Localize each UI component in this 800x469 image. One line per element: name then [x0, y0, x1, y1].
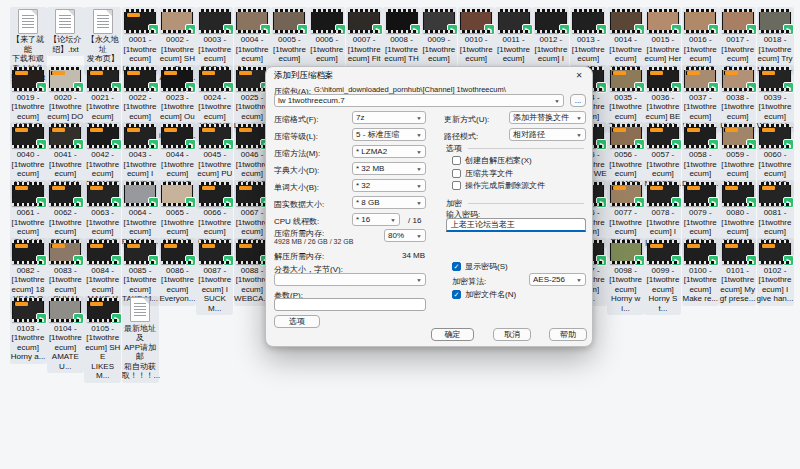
help-button[interactable]: 帮助 [549, 328, 587, 341]
encryption-method-label: 加密算法: [452, 276, 486, 287]
brand-logo-icon [239, 244, 252, 248]
desktop-icon-video-file[interactable]: ▶0100 - [1twothre ecum] Make re... [682, 238, 719, 306]
close-icon[interactable]: ✕ [571, 69, 587, 82]
player-badge-icon: ▶ [185, 82, 196, 93]
player-badge-icon: ▶ [185, 197, 196, 208]
brand-logo-icon [164, 128, 177, 132]
brand-logo-icon [202, 71, 215, 75]
video-file-icon: ▶ [610, 124, 642, 148]
player-badge-icon: ▶ [522, 24, 533, 35]
ok-button[interactable]: 确定 [431, 328, 474, 341]
cancel-button[interactable]: 取消 [493, 328, 531, 341]
video-file-icon: ▶ [610, 67, 642, 91]
video-file-icon: ▶ [124, 182, 156, 206]
brand-logo-icon [239, 186, 252, 190]
desktop-icon-text-file[interactable]: 【论坛介 绍】.txt [47, 7, 84, 56]
browse-button[interactable]: ... [570, 94, 586, 107]
brand-logo-icon [127, 71, 140, 75]
brand-logo-icon [202, 128, 215, 132]
player-badge-icon: ▶ [185, 24, 196, 35]
player-badge-icon: ▶ [185, 139, 196, 150]
level-combobox[interactable]: 5 - 标准压缩▼ [352, 128, 426, 141]
video-file-icon: ▶ [759, 124, 791, 148]
desktop-icon-video-file[interactable]: ▶0101 - [1twothre ecum] My gf prese... [719, 238, 756, 306]
memory-percent-combobox[interactable]: 80%▼ [384, 229, 426, 242]
desktop-icon-video-file[interactable]: ▶0099 - [1twothre ecum] Horny St... [644, 238, 681, 316]
file-name-label: 0103 - [1twothre ecum] Horny a... [10, 324, 47, 362]
format-combobox[interactable]: 7z▼ [352, 111, 426, 124]
video-file-icon: ▶ [49, 240, 81, 264]
update-mode-combobox[interactable]: 添加并替换文件▼ [509, 111, 586, 124]
options-button[interactable]: 选项 [274, 315, 320, 328]
player-badge-icon: ▶ [634, 82, 645, 93]
encrypt-names-checkbox[interactable]: 加密文件名(N) [452, 289, 516, 300]
encryption-method-combobox[interactable]: AES-256▼ [529, 273, 586, 286]
brand-logo-icon [687, 128, 700, 132]
player-badge-icon: ▶ [596, 197, 607, 208]
show-password-checkbox[interactable]: 显示密码(S) [452, 261, 508, 272]
path-mode-combobox[interactable]: 相对路径▼ [509, 128, 586, 141]
desktop-icon-video-file[interactable]: ▶0012 - [1twothre ecum] I made hi... [532, 7, 569, 75]
video-file-icon: ▶ [684, 182, 716, 206]
player-badge-icon: ▶ [223, 139, 234, 150]
brand-logo-icon [650, 71, 663, 75]
desktop-icon-video-file[interactable]: ▶0098 - [1twothre ecum] Horny wi... [607, 238, 644, 316]
parameters-input[interactable] [274, 298, 426, 311]
video-file-icon: ▶ [311, 9, 343, 33]
delete-after-checkbox[interactable]: 操作完成后删除源文件 [452, 180, 545, 191]
desktop-icon-video-file[interactable]: ▶0102 - [1twothre ecum] I give han... [757, 238, 794, 306]
brand-logo-icon [725, 186, 738, 190]
brand-logo-icon [725, 128, 738, 132]
desktop-icon-text-file[interactable]: 最新地址及 APP请加邮 箱自动获 取！！！... [122, 296, 159, 383]
dialog-titlebar[interactable]: 添加到压缩档案 [266, 67, 592, 84]
options-group-line [468, 148, 584, 149]
options-group-title: 选项 [446, 143, 462, 154]
player-badge-icon: ▶ [634, 197, 645, 208]
video-file-icon: ▶ [759, 182, 791, 206]
video-file-icon: ▶ [684, 9, 716, 33]
file-name-label: 0100 - [1twothre ecum] Make re... [682, 266, 719, 304]
password-input[interactable]: 上老王论坛当老王 [446, 218, 586, 232]
volume-size-combobox[interactable]: ▼ [274, 273, 426, 286]
chevron-down-icon: ▼ [416, 233, 422, 238]
desktop-icon-video-file[interactable]: ▶0087 - [1twothre ecum] I SUCK M... [196, 238, 233, 316]
archive-name-combobox[interactable]: lw 1twothreecum.7 ▼ [274, 94, 564, 107]
desktop-icon-video-file[interactable]: ▶0103 - [1twothre ecum] Horny a... [10, 296, 47, 364]
brand-logo-icon [239, 71, 252, 75]
player-badge-icon: ▶ [596, 24, 607, 35]
video-file-icon: ▶ [12, 298, 44, 322]
file-name-label: 【论坛介 绍】.txt [47, 35, 84, 54]
format-label: 压缩格式(F): [274, 114, 318, 125]
video-file-icon: ▶ [610, 182, 642, 206]
video-file-icon: ▶ [49, 182, 81, 206]
video-file-icon: ▶ [759, 240, 791, 264]
player-badge-icon: ▶ [746, 82, 757, 93]
dictionary-combobox[interactable]: * 32 MB▼ [352, 162, 426, 175]
player-badge-icon: ▶ [148, 255, 159, 266]
video-file-icon: ▶ [610, 9, 642, 33]
method-combobox[interactable]: * LZMA2▼ [352, 145, 426, 158]
file-name-label: 0104 - [1twothre ecum] AMATEU... [47, 324, 84, 372]
player-badge-icon: ▶ [73, 82, 84, 93]
player-badge-icon: ▶ [634, 255, 645, 266]
player-badge-icon: ▶ [708, 82, 719, 93]
solid-size-combobox[interactable]: * 8 GB▼ [352, 196, 426, 209]
sfx-checkbox[interactable]: 创建自解压档案(X) [452, 155, 532, 166]
brand-logo-icon [239, 128, 252, 132]
desktop-icon-video-file[interactable]: ▶0105 - [1twothre ecum] SHE LIKES M... [84, 296, 121, 383]
video-file-icon: ▶ [87, 182, 119, 206]
player-badge-icon: ▶ [671, 255, 682, 266]
player-badge-icon: ▶ [746, 24, 757, 35]
desktop-icon-video-file[interactable]: ▶0005 - [1twothre ecum] Kinky ni... [271, 7, 308, 75]
desktop-icon-video-file[interactable]: ▶0086 - [1twothre ecum] Everyon... [159, 238, 196, 306]
desktop-icon-video-file[interactable]: ▶0104 - [1twothre ecum] AMATEU... [47, 296, 84, 374]
video-file-icon: ▶ [572, 9, 604, 33]
shared-files-checkbox[interactable]: 压缩共享文件 [452, 168, 513, 179]
video-file-icon: ▶ [161, 124, 193, 148]
cpu-threads-combobox[interactable]: * 16▼ [352, 213, 400, 226]
brand-logo-icon [90, 186, 103, 190]
word-size-combobox[interactable]: * 32▼ [352, 179, 426, 192]
brand-logo-icon [52, 186, 65, 190]
video-file-icon: ▶ [647, 182, 679, 206]
player-badge-icon: ▶ [111, 139, 122, 150]
